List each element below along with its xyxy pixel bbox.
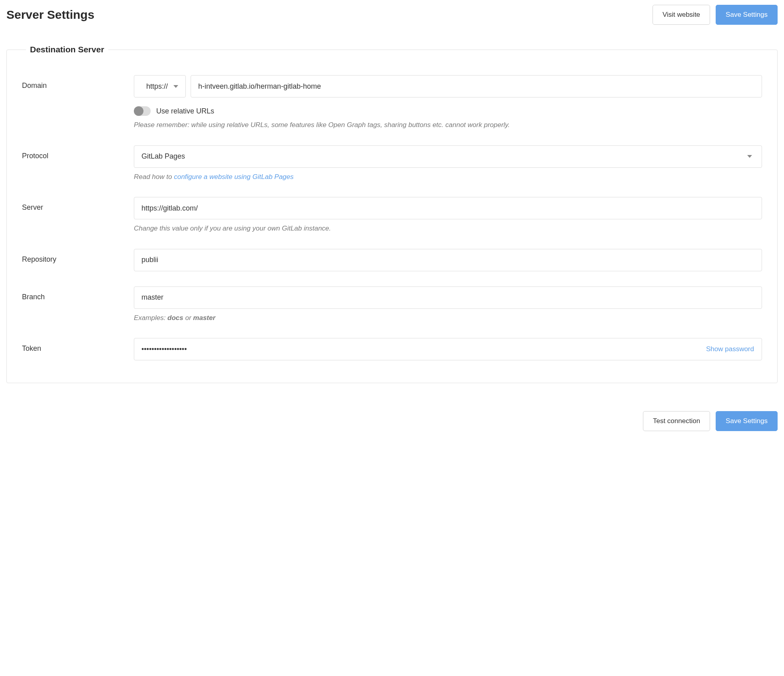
domain-row: Domain https:// Use relative URLs Please… (22, 75, 762, 130)
token-input-col: Show password (134, 338, 762, 360)
protocol-hint: Read how to configure a website using Gi… (134, 172, 762, 182)
server-input[interactable] (134, 197, 762, 219)
header-button-group: Visit website Save Settings (653, 5, 778, 25)
repository-input-col (134, 249, 762, 271)
visit-website-button[interactable]: Visit website (653, 5, 710, 25)
destination-server-panel: Destination Server Domain https:// Use r… (6, 45, 778, 383)
protocol-hint-link[interactable]: configure a website using GitLab Pages (174, 173, 294, 181)
protocol-row: Protocol GitLab Pages Read how to config… (22, 145, 762, 182)
server-input-col: Change this value only if you are using … (134, 197, 762, 234)
protocol-value: GitLab Pages (141, 152, 185, 161)
toggle-knob (134, 106, 143, 116)
test-connection-button[interactable]: Test connection (643, 411, 710, 431)
protocol-select[interactable]: GitLab Pages (134, 145, 762, 168)
protocol-hint-prefix: Read how to (134, 173, 174, 181)
show-password-button[interactable]: Show password (706, 345, 754, 353)
relative-urls-toggle[interactable] (134, 106, 151, 116)
chevron-down-icon (173, 85, 178, 88)
repository-label: Repository (22, 249, 134, 264)
chevron-down-icon (747, 155, 752, 158)
branch-input[interactable] (134, 286, 762, 309)
domain-input[interactable] (191, 75, 762, 97)
server-label: Server (22, 197, 134, 212)
branch-hint-or: or (183, 314, 193, 322)
token-input[interactable] (134, 338, 762, 360)
branch-hint-ex1: docs (167, 314, 183, 322)
domain-label: Domain (22, 75, 134, 90)
branch-input-col: Examples: docs or master (134, 286, 762, 323)
server-hint: Change this value only if you are using … (134, 223, 762, 234)
panel-title: Destination Server (26, 45, 108, 54)
protocol-input-col: GitLab Pages Read how to configure a web… (134, 145, 762, 182)
repository-input[interactable] (134, 249, 762, 271)
relative-urls-hint: Please remember: while using relative UR… (134, 120, 762, 130)
repository-row: Repository (22, 249, 762, 271)
branch-label: Branch (22, 286, 134, 301)
token-row: Token Show password (22, 338, 762, 360)
branch-hint: Examples: docs or master (134, 313, 762, 323)
footer-button-group: Test connection Save Settings (6, 411, 778, 431)
relative-urls-label: Use relative URLs (156, 107, 214, 115)
token-label: Token (22, 338, 134, 353)
server-row: Server Change this value only if you are… (22, 197, 762, 234)
domain-scheme-select[interactable]: https:// (134, 75, 186, 97)
page-title: Server Settings (6, 8, 94, 22)
domain-input-col: https:// Use relative URLs Please rememb… (134, 75, 762, 130)
page-header: Server Settings Visit website Save Setti… (6, 5, 778, 25)
domain-scheme-value: https:// (141, 82, 168, 91)
branch-hint-prefix: Examples: (134, 314, 167, 322)
save-settings-button[interactable]: Save Settings (716, 5, 778, 25)
branch-hint-ex2: master (193, 314, 215, 322)
branch-row: Branch Examples: docs or master (22, 286, 762, 323)
save-settings-footer-button[interactable]: Save Settings (716, 411, 778, 431)
protocol-label: Protocol (22, 145, 134, 160)
